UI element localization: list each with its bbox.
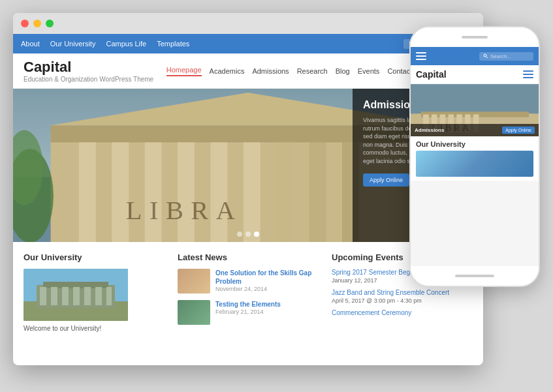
phone-bottom-area: [411, 181, 539, 266]
hero-dot-1[interactable]: [237, 232, 242, 237]
our-university-column: Our University: [24, 252, 165, 332]
site-tagline: Education & Organization WordPress Theme: [24, 76, 153, 83]
university-building-illustration: [24, 269, 128, 321]
nav-events[interactable]: Events: [358, 67, 380, 75]
svg-rect-13: [309, 140, 326, 242]
svg-rect-29: [73, 287, 80, 305]
browser-chrome: [13, 13, 483, 34]
news-content-2: Testing the Elements February 21, 2014: [215, 300, 281, 315]
news-date-2: February 21, 2014: [215, 309, 281, 315]
svg-rect-6: [79, 140, 96, 242]
university-image: [24, 269, 128, 321]
news-title-1[interactable]: One Solution for the Skills Gap Problem: [215, 269, 319, 286]
phone-hamburger-icon[interactable]: [523, 70, 533, 78]
news-content-1: One Solution for the Skills Gap Problem …: [215, 269, 319, 292]
scene: About Our University Campus Life Templat…: [0, 0, 553, 392]
phone-menu-icon[interactable]: [416, 52, 426, 60]
svg-rect-28: [62, 287, 69, 305]
news-thumbnail-1: [178, 269, 210, 294]
nav-homepage[interactable]: Homepage: [166, 66, 202, 76]
svg-line-34: [486, 57, 488, 58]
event-title-2[interactable]: Jazz Band and String Ensemble Concert: [332, 289, 473, 296]
latest-news-heading: Latest News: [178, 252, 319, 262]
top-nav-campus-life[interactable]: Campus Life: [106, 40, 146, 48]
news-item-1: One Solution for the Skills Gap Problem …: [178, 269, 319, 294]
phone-search-container: [479, 52, 533, 61]
university-caption: Welcome to our University!: [24, 325, 165, 332]
news-thumbnail-2: [178, 300, 210, 325]
hero-dot-2[interactable]: [245, 232, 251, 237]
top-nav-about[interactable]: About: [21, 40, 40, 48]
top-nav-links: About Our University Campus Life Templat…: [21, 40, 189, 48]
phone-university-heading: Our University: [416, 140, 533, 148]
browser-maximize-dot[interactable]: [46, 20, 54, 27]
site-title: Capital: [24, 59, 153, 76]
phone-search-input[interactable]: [490, 53, 529, 59]
apply-online-button[interactable]: Apply Online: [363, 173, 409, 187]
svg-rect-30: [84, 287, 91, 305]
svg-rect-10: [210, 140, 227, 242]
hero-dot-3[interactable]: [254, 232, 259, 237]
phone-logo: Capital: [416, 69, 447, 80]
phone-search-icon: [483, 53, 488, 59]
phone-hero: LIBRA Admissions Apply Online: [411, 84, 539, 136]
news-title-2[interactable]: Testing the Elements: [215, 300, 281, 309]
phone-apply-button[interactable]: Apply Online: [502, 127, 535, 134]
svg-rect-27: [51, 287, 57, 305]
svg-rect-9: [178, 140, 195, 242]
nav-admissions[interactable]: Admissions: [252, 67, 289, 75]
phone-university-image: [416, 151, 533, 177]
phone-home-indicator: [411, 266, 539, 286]
svg-rect-7: [112, 140, 129, 242]
nav-academics[interactable]: Academics: [210, 67, 245, 75]
event-date-2: April 5, 2017 @ 3:00 pm - 4:30 pm: [332, 297, 473, 304]
phone-speaker: [462, 36, 488, 38]
phone-nav-bar: [411, 47, 539, 65]
event-title-3[interactable]: Commencement Ceremony: [332, 309, 473, 316]
phone-top-bar: [411, 27, 539, 47]
phone-header: Capital: [411, 65, 539, 84]
svg-rect-12: [276, 140, 293, 242]
svg-rect-31: [95, 287, 102, 305]
svg-rect-11: [244, 140, 261, 242]
svg-rect-32: [106, 287, 112, 305]
hero-pagination: [237, 232, 259, 237]
phone-admissions-bar: Admissions Apply Online: [411, 124, 539, 136]
phone-admissions-label: Admissions: [415, 127, 444, 133]
site-brand: Capital Education & Organization WordPre…: [24, 59, 153, 83]
phone-screen: Capital L: [411, 47, 539, 266]
news-date-1: November 24, 2014: [215, 286, 319, 292]
nav-contact[interactable]: Contact: [387, 67, 412, 75]
phone-university-section: Our University: [411, 136, 539, 181]
news-item-2: Testing the Elements February 21, 2014: [178, 300, 319, 325]
top-nav-templates[interactable]: Templates: [157, 40, 189, 48]
svg-rect-8: [145, 140, 162, 242]
svg-rect-26: [40, 287, 46, 305]
browser-minimize-dot[interactable]: [33, 20, 41, 27]
browser-close-dot[interactable]: [21, 20, 29, 27]
nav-research[interactable]: Research: [297, 67, 328, 75]
top-nav-our-university[interactable]: Our University: [50, 40, 96, 48]
svg-point-33: [484, 54, 486, 57]
our-university-heading: Our University: [24, 252, 165, 262]
latest-news-column: Latest News One Solution for the Skills …: [178, 252, 319, 332]
mobile-phone: Capital L: [409, 26, 540, 287]
nav-blog[interactable]: Blog: [336, 67, 350, 75]
home-bar: [455, 275, 494, 277]
svg-text:LIBRA: LIBRA: [126, 196, 243, 225]
